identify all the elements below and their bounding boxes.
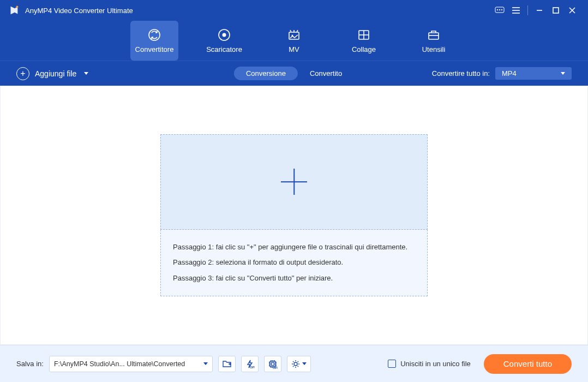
toolbox-icon: [427, 28, 441, 42]
tab-mv[interactable]: MV: [270, 21, 318, 61]
collage-icon: [357, 28, 371, 42]
convert-all-to-label: Convertire tutto in:: [432, 69, 490, 77]
tab-converter[interactable]: Convertitore: [130, 21, 178, 61]
svg-point-2: [497, 9, 498, 10]
feedback-icon[interactable]: [491, 2, 508, 19]
format-value: MP4: [502, 69, 517, 77]
checkbox-icon: [388, 360, 396, 368]
minimize-button[interactable]: [531, 2, 548, 19]
titlebar: AnyMP4 Video Converter Ultimate: [0, 0, 588, 21]
merge-label: Unisciti in un unico file: [400, 360, 471, 368]
svg-point-14: [223, 33, 226, 37]
svg-point-3: [499, 9, 500, 10]
svg-text:OFF: OFF: [273, 366, 278, 369]
tab-downloader[interactable]: Scaricatore: [200, 21, 248, 61]
open-folder-button[interactable]: [218, 356, 236, 372]
segment-converted[interactable]: Convertito: [298, 67, 354, 80]
settings-button[interactable]: [287, 356, 311, 372]
svg-point-4: [501, 9, 502, 10]
svg-point-0: [16, 6, 18, 8]
app-logo: [8, 4, 20, 16]
dropzone: Passaggio 1: fai clic su "+" per aggiung…: [160, 134, 428, 297]
plus-circle-icon: [16, 67, 29, 80]
svg-text:OFF: OFF: [250, 366, 255, 369]
main-content: Passaggio 1: fai clic su "+" per aggiung…: [0, 86, 588, 345]
divider: [527, 5, 528, 15]
save-in-label: Salva in:: [16, 360, 44, 368]
convert-icon: [147, 28, 161, 42]
svg-rect-24: [271, 362, 274, 365]
instructions-panel: Passaggio 1: fai clic su "+" per aggiung…: [160, 230, 428, 297]
tab-label: Utensili: [422, 45, 446, 53]
step-1: Passaggio 1: fai clic su "+" per aggiung…: [173, 240, 415, 255]
menu-icon[interactable]: [508, 2, 524, 19]
sub-toolbar: Aggiungi file Conversione Convertito Con…: [0, 61, 588, 86]
download-icon: [217, 28, 231, 42]
step-2: Passaggio 2: seleziona il formato di out…: [173, 255, 415, 271]
output-path-dropdown[interactable]: F:\AnyMP4 Studio\An... Ultimate\Converte…: [49, 356, 213, 372]
plus-icon: [281, 169, 307, 195]
add-file-label: Aggiungi file: [35, 69, 76, 78]
svg-rect-9: [553, 8, 559, 13]
chevron-down-icon: [302, 362, 307, 365]
close-button[interactable]: [564, 2, 580, 19]
tab-tools[interactable]: Utensili: [410, 21, 458, 61]
chevron-down-icon: [203, 362, 208, 365]
main-nav: Convertitore Scaricatore MV Collage Uten…: [0, 21, 588, 61]
format-dropdown[interactable]: MP4: [495, 67, 572, 80]
svg-rect-20: [429, 33, 439, 39]
step-3: Passaggio 3: fai clic su "Converti tutto…: [173, 271, 415, 286]
mv-icon: [287, 28, 301, 42]
convert-all-button[interactable]: Converti tutto: [484, 354, 572, 374]
add-file-dropzone[interactable]: [160, 134, 428, 230]
tab-label: Collage: [352, 45, 376, 53]
tab-label: Convertitore: [135, 45, 174, 53]
tab-collage[interactable]: Collage: [340, 21, 388, 61]
chevron-down-icon: [84, 72, 88, 75]
add-file-button[interactable]: Aggiungi file: [16, 67, 88, 80]
maximize-button[interactable]: [548, 2, 564, 19]
tab-label: MV: [289, 45, 299, 53]
tab-label: Scaricatore: [206, 45, 242, 53]
merge-checkbox[interactable]: Unisciti in un unico file: [388, 360, 471, 368]
chevron-down-icon: [561, 72, 565, 75]
output-path-value: F:\AnyMP4 Studio\An... Ultimate\Converte…: [54, 360, 185, 368]
segment-conversion[interactable]: Conversione: [234, 67, 298, 80]
svg-point-38: [294, 362, 297, 366]
gpu-button[interactable]: OFF: [264, 356, 281, 372]
app-title: AnyMP4 Video Converter Ultimate: [25, 7, 133, 15]
footer-bar: Salva in: F:\AnyMP4 Studio\An... Ultimat…: [0, 345, 588, 382]
hardware-accel-button[interactable]: OFF: [241, 356, 259, 372]
